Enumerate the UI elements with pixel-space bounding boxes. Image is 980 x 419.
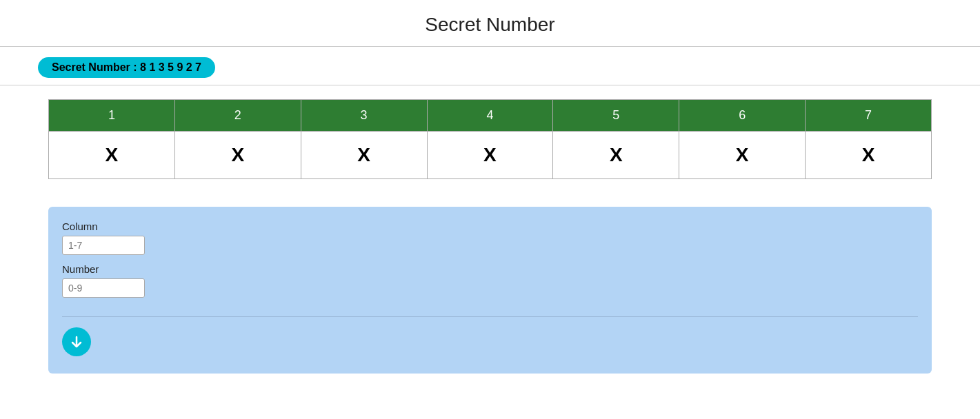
table-header-4: 4	[427, 100, 553, 132]
number-input[interactable]	[62, 278, 145, 298]
table-header-5: 5	[553, 100, 679, 132]
table-cell-4: X	[427, 132, 553, 179]
table-header-6: 6	[679, 100, 806, 132]
form-container: Column Number	[48, 207, 932, 374]
number-label: Number	[62, 263, 918, 275]
secret-badge-row: Secret Number : 8 1 3 5 9 2 7	[0, 47, 980, 85]
submit-button[interactable]	[62, 327, 91, 356]
secret-badge: Secret Number : 8 1 3 5 9 2 7	[38, 57, 215, 78]
table-cell-3: X	[301, 132, 427, 179]
page-title: Secret Number	[0, 0, 980, 47]
table-cell-1: X	[49, 132, 175, 179]
table-cell-2: X	[174, 132, 301, 179]
column-input[interactable]	[62, 236, 145, 255]
table-cell-5: X	[553, 132, 679, 179]
form-section: Column Number	[62, 221, 918, 317]
table-header-7: 7	[806, 100, 932, 132]
table-header-2: 2	[174, 100, 301, 132]
table-cell-7: X	[806, 132, 932, 179]
table-header-1: 1	[49, 100, 175, 132]
column-label: Column	[62, 221, 918, 232]
table-body-row: XXXXXXX	[49, 132, 932, 179]
table-header-3: 3	[301, 100, 427, 132]
table-header-row: 1234567	[49, 100, 932, 132]
grid-table: 1234567 XXXXXXX	[48, 99, 932, 179]
table-container: 1234567 XXXXXXX	[0, 85, 980, 193]
table-cell-6: X	[679, 132, 806, 179]
arrow-icon	[70, 335, 83, 349]
